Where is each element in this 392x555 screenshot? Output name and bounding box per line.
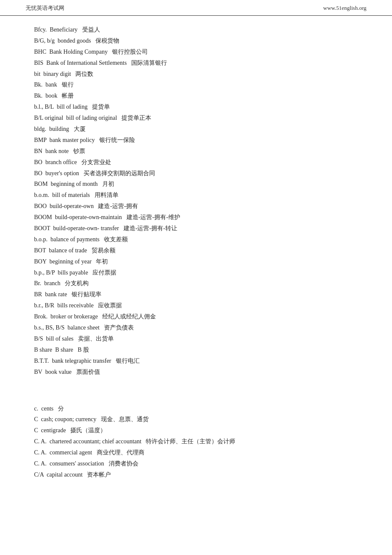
chinese: 用料清单 bbox=[95, 192, 118, 198]
list-item: C/A capital account 资本帐户 bbox=[34, 469, 358, 480]
english: bank rate bbox=[45, 291, 67, 298]
english: cents bbox=[41, 405, 54, 412]
abbr: BOOM bbox=[34, 214, 52, 220]
abbr: b.s., BS, B/S bbox=[34, 324, 65, 331]
chinese: 银行统一保险 bbox=[99, 137, 135, 143]
chinese: 帐册 bbox=[62, 92, 74, 99]
abbr: BOT bbox=[34, 247, 46, 254]
list-item: Bfcy. Beneficiary 受益人 bbox=[34, 24, 358, 35]
chinese: 保税货物 bbox=[95, 38, 119, 44]
header-left: 无忧英语考试网 bbox=[26, 4, 64, 12]
chinese: 建造-运营-拥有-维护 bbox=[127, 214, 180, 220]
abbr: b.o.p. bbox=[34, 236, 48, 243]
abbr: B/S bbox=[34, 335, 43, 342]
chinese: 月初 bbox=[102, 181, 114, 187]
english: bonded goods bbox=[58, 38, 91, 44]
b-section: Bfcy. Beneficiary 受益人B/G, b/g bonded goo… bbox=[34, 24, 358, 378]
abbr: C. A. bbox=[34, 460, 46, 467]
chinese: 贸易余额 bbox=[92, 247, 115, 254]
list-item: C cash; coupon; currency 现金、息票、通货 bbox=[34, 414, 358, 425]
english: building bbox=[49, 126, 69, 132]
list-item: BO branch office 分支营业处 bbox=[34, 157, 358, 168]
chinese: 现金、息票、通货 bbox=[101, 416, 149, 422]
chinese: 银行贴现率 bbox=[72, 291, 101, 298]
abbr: C. A. bbox=[34, 438, 46, 445]
chinese: 摄氏（温度） bbox=[70, 427, 106, 434]
abbr: C/A bbox=[34, 471, 44, 478]
chinese: 卖据、出货单 bbox=[78, 335, 114, 342]
abbr: BR bbox=[34, 291, 42, 298]
abbr: C bbox=[34, 416, 38, 422]
list-item: bldg. building 大厦 bbox=[34, 124, 358, 135]
list-item: BIS Bank of International Settlements 国际… bbox=[34, 58, 358, 69]
english: Beneficiary bbox=[50, 26, 78, 33]
main-content: Bfcy. Beneficiary 受益人B/G, b/g bonded goo… bbox=[0, 16, 392, 493]
header-right: www.51english.org bbox=[323, 5, 366, 12]
english: branch bbox=[44, 280, 61, 286]
chinese: 银行控股公司 bbox=[112, 49, 148, 55]
english: centigrade bbox=[41, 427, 66, 434]
list-item: bit binary digit 两位数 bbox=[34, 69, 358, 80]
chinese: 分支营业处 bbox=[81, 159, 111, 165]
list-item: Bk. bank 银行 bbox=[34, 79, 358, 90]
list-item: BO buyer's option 买者选择交割期的远期合同 bbox=[34, 168, 358, 179]
english: bill of sales bbox=[46, 335, 74, 342]
chinese: 银行 bbox=[62, 81, 74, 88]
list-item: C. A. consumers' association 消费者协会 bbox=[34, 458, 358, 469]
list-item: BR bank rate 银行贴现率 bbox=[34, 289, 358, 300]
abbr: bit bbox=[34, 71, 40, 77]
english: bill of lading bbox=[57, 104, 87, 110]
list-item: B/L original bill of lading original 提货单… bbox=[34, 113, 358, 124]
list-item: b.l., B/L bill of lading 提货单 bbox=[34, 101, 358, 113]
list-item: BOM beginning of month 月初 bbox=[34, 179, 358, 190]
abbr: Bfcy. bbox=[34, 26, 47, 33]
chinese: 建造-运营-拥有-转让 bbox=[124, 225, 177, 231]
chinese: 经纪人或经纪人佣金 bbox=[102, 313, 156, 320]
abbr: BHC bbox=[34, 49, 46, 55]
english: bill of materials bbox=[52, 192, 90, 198]
section-spacer bbox=[34, 378, 358, 403]
list-item: C. A. chartered accountant; chief accoun… bbox=[34, 436, 358, 447]
abbr: BOY bbox=[34, 258, 46, 265]
abbr: b.o.m. bbox=[34, 192, 49, 198]
list-item: BOT balance of trade 贸易余额 bbox=[34, 245, 358, 256]
english: build-operate-own-maintain bbox=[55, 214, 122, 220]
english: Bank of International Settlements bbox=[46, 60, 127, 66]
chinese: 提货单 bbox=[92, 104, 110, 110]
list-item: c. cents 分 bbox=[34, 403, 358, 414]
chinese: 应付票据 bbox=[92, 269, 116, 276]
abbr: B.T.T. bbox=[34, 358, 49, 364]
abbr: BV bbox=[34, 369, 42, 375]
list-item: b.o.p. balance of payments 收支差额 bbox=[34, 234, 358, 245]
chinese: 国际清算银行 bbox=[131, 60, 167, 66]
chinese: 特许会计师、主任（主管）会计师 bbox=[146, 438, 235, 445]
list-item: B.T.T. bank telegraphic transfer 银行电汇 bbox=[34, 356, 358, 367]
english: buyer's option bbox=[45, 170, 79, 176]
english: binary digit bbox=[43, 71, 71, 77]
english: B share bbox=[55, 347, 73, 353]
list-item: BV book value 票面价值 bbox=[34, 367, 358, 378]
chinese: 银行电汇 bbox=[116, 358, 140, 364]
abbr: BO bbox=[34, 159, 42, 165]
abbr: bldg. bbox=[34, 126, 46, 132]
english: branch office bbox=[45, 159, 77, 165]
abbr: b.p., B/P bbox=[34, 269, 55, 276]
abbr: c. bbox=[34, 405, 38, 412]
abbr: BOM bbox=[34, 181, 48, 187]
abbr: b.l., B/L bbox=[34, 104, 54, 110]
abbr: B/G, b/g bbox=[34, 38, 55, 44]
chinese: 分支机构 bbox=[65, 280, 89, 286]
chinese: 两位数 bbox=[75, 71, 93, 77]
english: balance of payments bbox=[51, 236, 100, 243]
c-section: c. cents 分C cash; coupon; currency 现金、息票… bbox=[34, 403, 358, 480]
list-item: b.r., B/R bills receivable 应收票据 bbox=[34, 300, 358, 311]
chinese: B 股 bbox=[78, 347, 89, 353]
english: consumers' association bbox=[49, 460, 104, 467]
chinese: 提货单正本 bbox=[121, 115, 151, 121]
chinese: 买者选择交割期的远期合同 bbox=[84, 170, 155, 176]
abbr: BN bbox=[34, 148, 42, 154]
abbr: BOOT bbox=[34, 225, 50, 231]
english: bank master policy bbox=[49, 137, 95, 143]
english: Bank Holding Company bbox=[49, 49, 108, 55]
list-item: BOY beginning of year 年初 bbox=[34, 256, 358, 267]
